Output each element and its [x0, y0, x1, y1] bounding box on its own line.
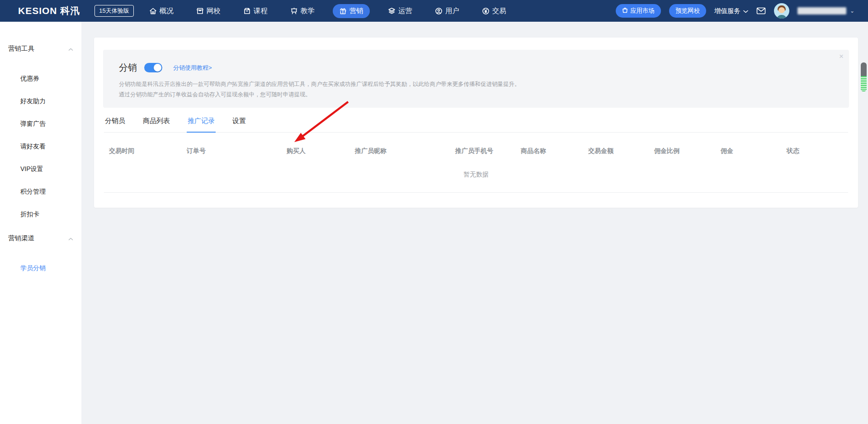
col-transaction-amount: 交易金额	[588, 147, 613, 155]
scrollbar-thumb[interactable]	[861, 62, 867, 91]
avatar-body	[777, 15, 787, 19]
app-logo: KESION 科汛	[18, 5, 80, 17]
username-caret-icon: ⌄	[850, 8, 854, 14]
mail-icon[interactable]	[756, 7, 766, 14]
tab-distributors[interactable]: 分销员	[105, 117, 125, 132]
top-navbar: KESION 科汛 15天体验版 概况 网校 课程 教学 营销 运营 用户	[0, 0, 868, 22]
tutorial-link[interactable]: 分销使用教程>	[173, 64, 212, 72]
banner-description-line1: 分销功能是科汛云开店推出的一款可帮助商户拓宽推广渠道的应用营销工具，商户在买家成…	[119, 79, 849, 90]
page-title: 分销	[119, 62, 137, 74]
nav-item-label: 网校	[207, 6, 221, 16]
teach-icon	[290, 7, 298, 15]
nav-item-label: 概况	[160, 6, 174, 16]
preview-school-label: 预览网校	[675, 7, 700, 15]
col-commission: 佣金	[721, 147, 733, 155]
app-market-button[interactable]: 应用市场	[616, 4, 661, 18]
nav-item-label: 交易	[492, 6, 506, 16]
nav-item-school[interactable]: 网校	[192, 4, 225, 18]
sidebar-item-popup-ads[interactable]: 弹窗广告	[0, 112, 81, 135]
sidebar-item-discount-card[interactable]: 折扣卡	[0, 203, 81, 225]
col-promoter-nickname: 推广员昵称	[355, 147, 387, 155]
distribution-card: × 分销 分销使用教程> 分销功能是科汛云开店推出的一款可帮助商户拓宽推广渠道的…	[94, 38, 858, 208]
layers-icon	[388, 7, 396, 15]
tab-bar: 分销员 商品列表 推广记录 设置	[104, 117, 848, 133]
home-icon	[149, 7, 157, 15]
tab-promotion-records[interactable]: 推广记录	[188, 117, 215, 132]
sidebar-group-marketing-channels[interactable]: 营销渠道	[8, 234, 73, 243]
topnav-right-cluster: 应用市场 预览网校 增值服务 ⌄	[616, 3, 854, 19]
sidebar-item-student-distribution[interactable]: 学员分销	[0, 257, 81, 279]
table-header-row: 交易时间 订单号 购买人 推广员昵称 推广员手机号 商品名称 交易金额 佣金比例…	[104, 147, 848, 156]
tab-settings[interactable]: 设置	[232, 117, 246, 132]
col-order-number: 订单号	[187, 147, 206, 155]
col-promoter-phone: 推广员手机号	[455, 147, 493, 155]
col-status: 状态	[787, 147, 799, 155]
chevron-down-icon	[743, 7, 748, 14]
distribution-toggle[interactable]	[144, 63, 162, 72]
scrollbar-progress-stripes	[861, 76, 867, 91]
primary-nav: 概况 网校 课程 教学 营销 运营 用户 交易	[145, 4, 511, 18]
yen-icon	[482, 7, 490, 15]
sidebar-item-coupon[interactable]: 优惠券	[0, 67, 81, 90]
gift-icon	[339, 7, 347, 15]
sidebar-group-marketing-tools[interactable]: 营销工具	[8, 44, 73, 53]
chevron-up-icon	[68, 45, 73, 52]
nav-item-users[interactable]: 用户	[430, 4, 464, 18]
trial-version-badge: 15天体验版	[94, 5, 133, 17]
sidebar-item-friend-boost[interactable]: 好友助力	[0, 90, 81, 112]
school-icon	[196, 7, 204, 15]
bag-icon	[622, 7, 628, 14]
sidebar-group-title: 营销工具	[8, 44, 34, 53]
value-services-label: 增值服务	[714, 7, 741, 15]
toggle-knob	[154, 64, 161, 71]
nav-item-overview[interactable]: 概况	[145, 4, 178, 18]
nav-item-label: 运营	[398, 6, 412, 16]
empty-state-text: 暂无数据	[104, 156, 848, 193]
nav-item-marketing[interactable]: 营销	[333, 4, 370, 18]
sidebar-group-title: 营销渠道	[8, 234, 34, 243]
nav-item-teaching[interactable]: 教学	[286, 4, 319, 18]
value-services-menu[interactable]: 增值服务	[714, 7, 748, 15]
username-blurred[interactable]	[797, 7, 846, 14]
col-transaction-time: 交易时间	[109, 147, 134, 155]
close-icon[interactable]: ×	[839, 52, 844, 60]
col-commission-rate: 佣金比例	[654, 147, 679, 155]
nav-item-label: 教学	[301, 6, 315, 16]
nav-item-transactions[interactable]: 交易	[477, 4, 511, 18]
nav-item-courses[interactable]: 课程	[239, 4, 272, 18]
avatar-face	[778, 7, 785, 13]
col-buyer: 购买人	[287, 147, 306, 155]
course-icon	[243, 7, 251, 15]
nav-item-label: 课程	[254, 6, 268, 16]
col-product-name: 商品名称	[521, 147, 546, 155]
user-icon	[435, 7, 443, 15]
nav-item-operations[interactable]: 运营	[383, 4, 417, 18]
chevron-up-icon	[68, 235, 73, 242]
sidebar-item-vip-settings[interactable]: VIP设置	[0, 157, 81, 180]
tab-product-list[interactable]: 商品列表	[143, 117, 170, 132]
intro-banner: × 分销 分销使用教程> 分销功能是科汛云开店推出的一款可帮助商户拓宽推广渠道的…	[103, 50, 849, 108]
nav-item-label: 营销	[349, 6, 363, 16]
nav-item-label: 用户	[445, 6, 459, 16]
sidebar-item-invite-friends[interactable]: 请好友看	[0, 135, 81, 157]
main-content: × 分销 分销使用教程> 分销功能是科汛云开店推出的一款可帮助商户拓宽推广渠道的…	[81, 22, 868, 424]
banner-description-line2: 通过分销功能产生的订单收益会自动存入可提现余额中，您可随时申请提现。	[119, 90, 849, 100]
preview-school-button[interactable]: 预览网校	[669, 4, 706, 18]
user-avatar[interactable]	[774, 3, 789, 19]
sidebar: 营销工具 优惠券 好友助力 弹窗广告 请好友看 VIP设置 积分管理 折扣卡 营…	[0, 22, 81, 424]
app-market-label: 应用市场	[630, 7, 655, 15]
sidebar-item-points[interactable]: 积分管理	[0, 180, 81, 203]
